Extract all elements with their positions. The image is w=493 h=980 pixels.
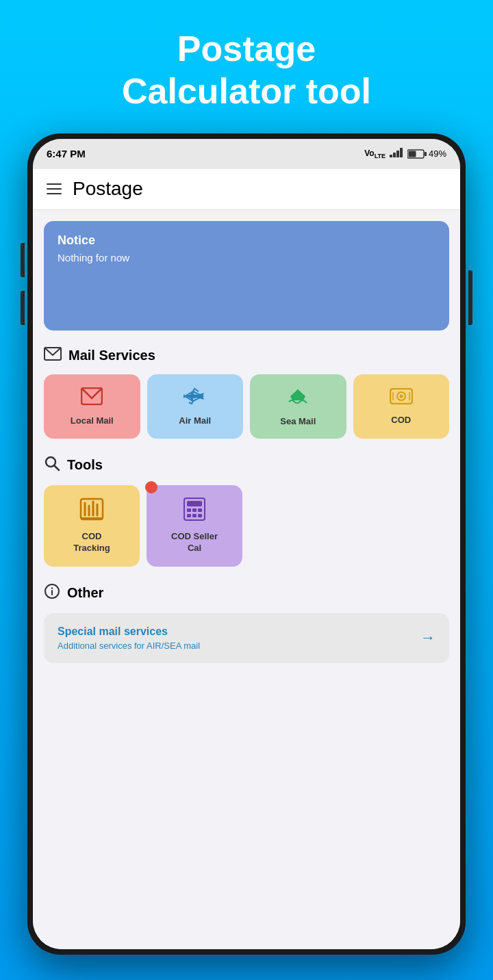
battery-icon: 49% <box>407 149 446 159</box>
air-mail-button[interactable]: Air Mail <box>147 374 244 439</box>
other-card-subtitle: Additional services for AIR/SEA mail <box>58 641 200 651</box>
tools-title: Tools <box>67 457 103 473</box>
cod-label: COD <box>391 415 411 425</box>
cod-seller-button[interactable]: COD Seller Cal <box>147 485 242 567</box>
cod-button[interactable]: COD <box>353 374 450 439</box>
app-title-line2: Calculator tool <box>122 71 371 111</box>
svg-rect-0 <box>390 155 392 157</box>
air-mail-icon <box>184 387 207 410</box>
cod-tracking-button[interactable]: COD Tracking <box>44 485 140 567</box>
svg-rect-23 <box>187 501 202 506</box>
app-title-line1: Postage <box>177 29 316 68</box>
phone-frame: 6:47 PM VoLTE <box>27 133 466 955</box>
cod-seller-label: COD Seller Cal <box>171 531 218 554</box>
mail-services-title: Mail Services <box>68 348 155 363</box>
svg-rect-25 <box>192 508 197 512</box>
phone-screen: 6:47 PM VoLTE <box>33 139 460 949</box>
svg-rect-1 <box>393 153 396 157</box>
svg-point-11 <box>399 394 403 398</box>
info-icon <box>44 583 60 604</box>
notice-text: Nothing for now <box>58 252 435 263</box>
cod-seller-icon <box>184 498 205 526</box>
notice-title: Notice <box>58 233 435 248</box>
cod-tracking-label: COD Tracking <box>73 531 110 554</box>
svg-rect-2 <box>396 151 399 157</box>
other-card-text: Special mail services Additional service… <box>58 626 200 651</box>
status-icons: VoLTE 49% <box>364 148 446 159</box>
svg-line-15 <box>55 465 60 470</box>
hamburger-menu-button[interactable] <box>47 183 62 194</box>
battery-percent: 49% <box>429 149 446 159</box>
status-time: 6:47 PM <box>47 148 86 159</box>
svg-rect-24 <box>187 508 191 512</box>
svg-rect-28 <box>192 514 197 517</box>
tools-grid: COD Tracking <box>44 485 449 567</box>
svg-rect-5 <box>425 152 427 156</box>
mail-services-header: Mail Services <box>44 347 449 365</box>
mail-services-section: Mail Services Local Mail <box>44 347 449 439</box>
app-header: Postage <box>33 169 460 210</box>
mail-icon <box>44 347 62 365</box>
other-section: Other Special mail services Additional s… <box>44 583 449 663</box>
notification-dot <box>145 481 157 493</box>
other-header: Other <box>44 583 449 604</box>
arrow-right-icon: → <box>420 629 435 647</box>
page-title: Postage <box>73 178 143 200</box>
special-mail-card[interactable]: Special mail services Additional service… <box>44 613 449 663</box>
cod-icon <box>390 388 413 409</box>
content-area: Notice Nothing for now Mail Services <box>33 210 460 949</box>
svg-rect-3 <box>400 148 403 157</box>
local-mail-label: Local Mail <box>71 415 114 426</box>
svg-rect-29 <box>198 514 202 517</box>
svg-rect-6 <box>408 151 416 157</box>
local-mail-icon <box>81 387 103 410</box>
cod-tracking-icon <box>79 498 104 526</box>
tools-section: Tools <box>44 455 449 567</box>
status-bar: 6:47 PM VoLTE <box>33 139 460 169</box>
other-title: Other <box>67 585 103 601</box>
tools-header: Tools <box>44 455 449 476</box>
air-mail-label: Air Mail <box>179 415 211 426</box>
signal-icon <box>390 148 403 159</box>
app-title: Postage Calculator tool <box>122 27 371 113</box>
other-card-title: Special mail services <box>58 626 200 638</box>
sea-mail-button[interactable]: Sea Mail <box>250 374 346 439</box>
notice-card: Notice Nothing for now <box>44 221 449 331</box>
svg-point-32 <box>51 587 53 589</box>
mail-services-grid: Local Mail <box>44 374 449 439</box>
svg-rect-26 <box>198 508 202 512</box>
local-mail-button[interactable]: Local Mail <box>44 374 140 439</box>
sea-mail-label: Sea Mail <box>280 416 316 426</box>
svg-rect-27 <box>187 514 191 517</box>
network-icon: VoLTE <box>364 149 385 159</box>
sea-mail-icon <box>286 387 309 411</box>
search-icon <box>44 455 60 476</box>
